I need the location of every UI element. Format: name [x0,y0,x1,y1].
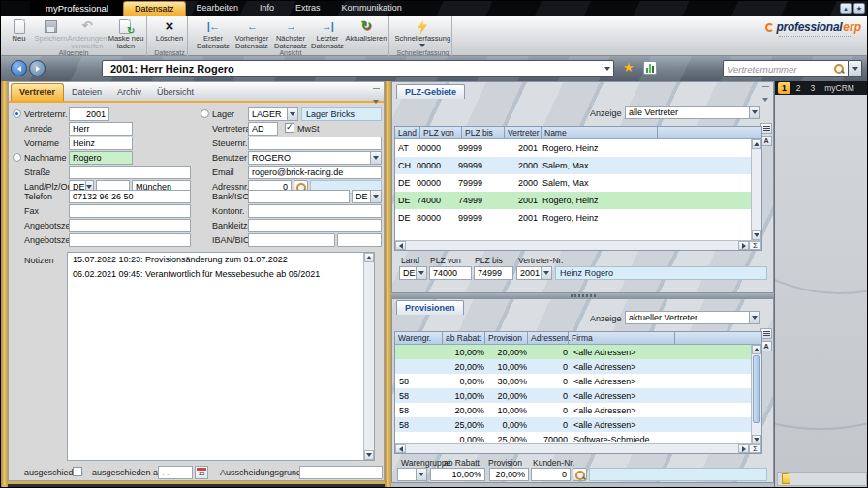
tab-uebersicht[interactable]: Übersicht [149,84,202,101]
record-title[interactable]: 2001: Herr Heinz Rogero [102,60,614,77]
benutzer-dropdown[interactable]: ROGERO [248,151,382,165]
ribbon-tab-info[interactable]: Info [249,1,285,16]
plz-editor-von-field[interactable] [429,266,472,280]
lager-radio[interactable] [201,109,209,118]
table-row[interactable]: 20,00%10,00%0<alle Adressen> [395,359,761,374]
aenderungen-verwerfen-button[interactable]: ↶ Änderungen verwerfen [67,18,108,50]
ribbon-tab-kommunikation[interactable]: Kommunikation [331,1,413,16]
kontonr-field[interactable] [248,204,382,218]
naechster-datensatz-button[interactable]: → Nächster Datensatz [272,18,309,50]
scroll-right-icon[interactable] [738,444,749,453]
prov-editor-kunde-field[interactable] [531,468,571,481]
search-dropdown-button[interactable] [849,60,862,77]
favorite-star-icon[interactable]: ★ [623,60,635,75]
strasse-field[interactable] [69,166,191,179]
table-row-selected[interactable]: 10,00%20,00%0<alle Adressen> [395,345,761,359]
table-row[interactable]: DE80000999992001Rogero, Heinz [395,209,761,227]
plz-editor-bis-field[interactable] [474,266,513,280]
table-row[interactable]: 5820,00%10,00%0<alle Adressen> [395,403,761,417]
vorheriger-datensatz-button[interactable]: ← Vorheriger Datensatz [232,18,272,50]
prov-anzeige-dropdown[interactable]: aktueller Vertreter [625,311,760,324]
letzter-datensatz-button[interactable]: →| Letzter Datensatz [309,18,346,50]
table-row[interactable]: DE00000799992000Salem, Max [395,174,761,192]
prov-editor-provision-field[interactable] [489,468,529,481]
nachname-field[interactable] [69,151,133,165]
fax-field[interactable] [69,204,191,218]
prov-vertical-scrollbar[interactable] [751,345,761,444]
email-field[interactable] [248,166,382,179]
mwst-checkbox[interactable] [285,123,294,133]
bank-field[interactable] [248,190,350,203]
prov-editor-warengruppe-dropdown[interactable] [397,468,427,481]
vertreterart-field[interactable] [248,122,278,136]
prov-table-header[interactable]: Warengr. ab Rabatt Provision Adressenr. … [395,332,761,345]
view-tab-2[interactable]: 2 [792,82,805,94]
notizen-textarea[interactable]: 15.07.2022 10:23: Provisionsänderung zum… [67,252,375,461]
speichern-button[interactable]: Speichern [35,18,67,43]
lager-dropdown[interactable]: LAGER [248,107,298,121]
collapse-ribbon-icon[interactable]: ▴ [840,3,852,14]
ribbon-tab-datensatz[interactable]: Datensatz [123,1,186,16]
scroll-up-icon[interactable] [752,345,761,354]
maske-neu-laden-button[interactable]: ↻ Maske neu laden [108,18,144,50]
search-input[interactable] [728,62,824,76]
scroll-up-icon[interactable] [364,253,374,262]
ausscheidungsgrund-field[interactable] [299,466,383,479]
table-row[interactable]: 580,00%30,00%0<alle Adressen> [395,374,761,388]
table-row[interactable]: AT00000999992001Rogero, Heinz [395,139,761,157]
tab-plz-gebiete[interactable]: PLZ-Gebiete [396,84,465,99]
note-icon[interactable] [782,473,790,484]
sum-row-icon[interactable]: Σ [749,444,761,453]
plz-vertical-scrollbar[interactable] [751,139,761,240]
loeschen-button[interactable]: × Löschen [153,18,185,43]
vertreternr-radio[interactable] [13,109,21,118]
table-row[interactable]: 5810,00%20,00%0<alle Adressen> [395,388,761,403]
pin-icon[interactable] [762,86,769,106]
tab-provisionen[interactable]: Provisionen [396,300,464,315]
tab-archiv[interactable]: Archiv [109,84,149,101]
plz-horizontal-scrollbar[interactable]: Σ [395,240,761,250]
sum-row-icon[interactable]: Σ [749,241,761,250]
favorite-window-icon[interactable]: ★ [853,3,865,14]
vertreternr-field[interactable] [69,107,109,121]
prov-editor-rabatt-field[interactable] [430,468,485,481]
schnellerfassung-button[interactable]: Schnellerfassung [395,18,450,47]
nachname-radio[interactable] [13,153,21,162]
table-row-selected[interactable]: DE74000749992001Rogero, Heinz [395,192,761,209]
plz-editor-vertreter-dropdown[interactable]: 2001 [516,266,552,280]
scroll-down-icon[interactable] [364,450,374,460]
forward-button[interactable] [29,60,46,76]
notes-scrollbar[interactable] [363,253,374,460]
scroll-up-icon[interactable] [752,139,761,149]
iso-land-dropdown[interactable]: DE [352,190,382,203]
ribbon-tab-bearbeiten[interactable]: Bearbeiten [186,1,250,16]
scroll-down-icon[interactable] [752,230,761,240]
plz-table-header[interactable]: Land PLZ von PLZ bis Vertreter Name [395,127,761,139]
view-tab-1[interactable]: 1 [778,82,790,94]
scroll-right-icon[interactable] [738,241,749,250]
anrede-field[interactable] [69,122,133,136]
ausgeschieden-checkbox[interactable] [73,467,82,476]
angebotszeile1-field[interactable] [69,219,191,232]
erster-datensatz-button[interactable]: |← Erster Datensatz [195,18,232,50]
ausgeschieden-am-field[interactable] [158,466,193,479]
scrollbar-thumb[interactable] [753,355,760,423]
scroll-left-icon[interactable] [395,444,406,453]
telefon-field[interactable] [69,190,191,203]
calendar-icon[interactable]: 15 [195,466,208,479]
iban-field[interactable] [248,233,335,247]
plz-anzeige-dropdown[interactable]: alle Vertreter [625,106,760,119]
table-row[interactable]: 5825,00%0,00%0<alle Adressen> [395,417,761,432]
aktualisieren-button[interactable]: ↻ Aktualisieren [346,18,387,43]
vorname-field[interactable] [69,137,133,150]
bic-field[interactable] [337,233,382,247]
back-button[interactable] [11,60,27,76]
ribbon-tab-extras[interactable]: Extras [285,1,331,16]
view-tab-3[interactable]: 3 [806,82,819,94]
search-icon[interactable] [832,62,846,76]
bankleitzahl-field[interactable] [248,219,382,232]
tab-vertreter[interactable]: Vertreter [11,83,64,101]
statistics-chart-icon[interactable] [643,61,657,75]
record-title-dropdown-icon[interactable] [604,67,610,71]
kunde-lookup-button[interactable] [573,468,587,481]
